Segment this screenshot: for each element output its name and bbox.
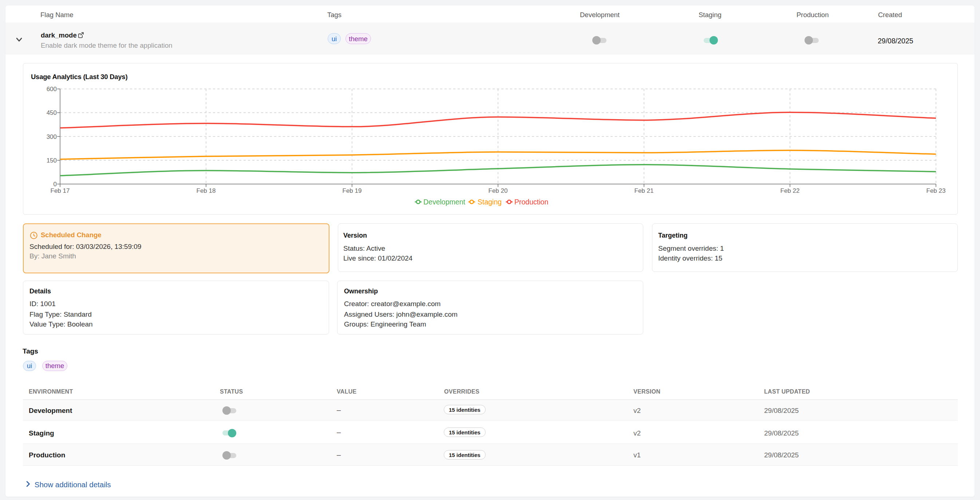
svg-text:Production: Production [514, 198, 548, 206]
svg-text:Development: Development [423, 198, 465, 206]
svg-text:450: 450 [46, 109, 57, 116]
svg-text:Feb 18: Feb 18 [197, 187, 216, 194]
svg-text:Feb 22: Feb 22 [781, 187, 800, 194]
svg-text:Feb 23: Feb 23 [926, 187, 946, 194]
svg-text:Feb 19: Feb 19 [342, 187, 362, 194]
svg-text:150: 150 [46, 157, 57, 164]
svg-text:Staging: Staging [477, 198, 502, 206]
svg-text:Feb 20: Feb 20 [488, 187, 508, 194]
svg-text:Feb 21: Feb 21 [635, 187, 654, 194]
svg-text:Feb 17: Feb 17 [51, 187, 70, 194]
svg-text:0: 0 [54, 181, 57, 188]
svg-text:300: 300 [46, 133, 57, 140]
svg-text:600: 600 [46, 86, 57, 93]
